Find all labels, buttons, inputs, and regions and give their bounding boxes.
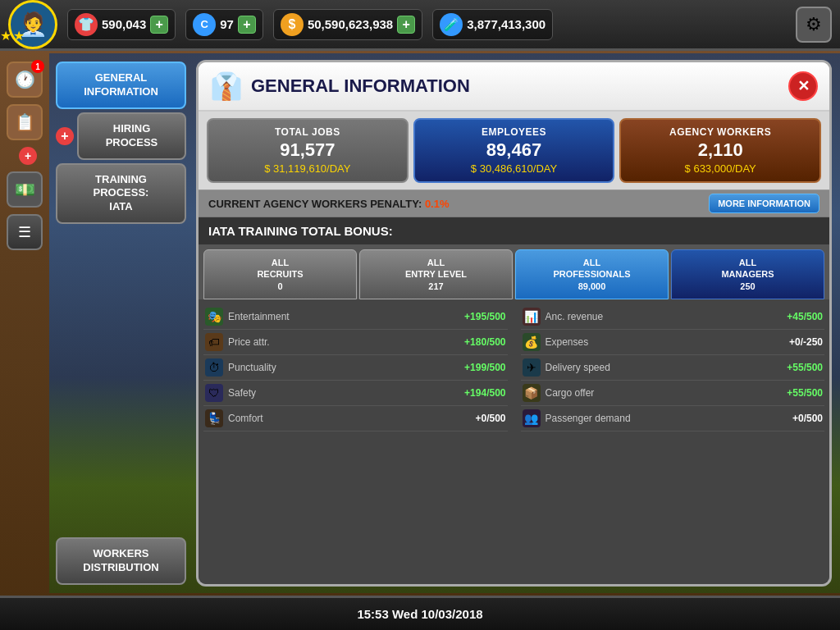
bonus-safety: 🛡 Safety +194/500 [203,381,508,406]
anc-revenue-label: Anc. revenue [546,311,783,322]
agency-workers-value: 2,110 [629,139,811,161]
close-button[interactable]: ✕ [788,71,818,101]
sidebar-menu-button[interactable]: ☰ [7,214,43,250]
training-columns-header: ALLRECRUITS 0 ALLENTRY LEVEL 217 ALLPROF… [199,244,829,299]
recruits-column-header[interactable]: ALLRECRUITS 0 [203,249,357,299]
settings-button[interactable]: ⚙ [796,7,832,43]
training-section: IATA TRAINING TOTAL BONUS: ALLRECRUITS 0… [199,217,829,584]
penalty-label: CURRENT AGENCY WORKERS PENALTY: 0.1% [208,198,450,210]
agency-workers-card: AGENCY WORKERS 2,110 $ 633,000/DAY [619,118,821,183]
training-header-label: IATA TRAINING TOTAL BONUS: [208,224,393,238]
nav-training-label: TRAININGPROCESS:IATA [94,173,149,213]
comfort-icon: 💺 [205,409,223,427]
professionals-value: 89,000 [519,281,664,292]
punctuality-icon: ⏱ [205,358,223,377]
employees-title: EMPLOYEES [423,126,605,138]
nav-hiring-label: HIRINGPROCESS [106,122,158,148]
sidebar-money-button[interactable]: 💵 [7,171,43,208]
delivery-speed-icon: ✈ [523,358,541,377]
bottom-bar: 15:53 Wed 10/03/2018 [0,596,840,630]
dialog-title: GENERAL INFORMATION [251,75,470,97]
managers-value: 250 [675,281,820,292]
dollar-add-button[interactable]: + [397,16,415,34]
entry-level-column-header[interactable]: ALLENTRY LEVEL 217 [359,249,513,299]
star-2: ★ [13,28,25,43]
safety-icon: 🛡 [205,384,223,402]
dollar-value: 50,590,623,938 [308,17,393,31]
penalty-row: CURRENT AGENCY WORKERS PENALTY: 0.1% MOR… [199,189,829,217]
agency-workers-title: AGENCY WORKERS [629,126,811,138]
price-icon: 🏷 [205,333,223,351]
professionals-column-header[interactable]: ALLPROFESSIONALS 89,000 [515,249,669,299]
sidebar-clock-button[interactable]: 🕐 1 [7,62,43,98]
shirt-add-button[interactable]: + [150,16,168,34]
total-jobs-value: 91,577 [217,139,399,161]
penalty-value: 0.1% [425,198,450,210]
bonus-expenses: 💰 Expenses +0/-250 [521,330,825,355]
close-icon: ✕ [797,77,810,95]
expenses-icon: 💰 [523,333,541,351]
add-panel-button[interactable]: + [19,147,37,165]
bonus-left-col: 🎭 Entertainment +195/500 🏷 Price attr. +… [203,304,508,579]
passenger-demand-value: +0/500 [792,413,823,424]
nav-panel: GENERALINFORMATION + HIRINGPROCESS TRAIN… [49,53,193,593]
nav-workers-label: WORKERSDISTRIBUTION [83,547,158,573]
datetime-label: 15:53 Wed 10/03/2018 [357,607,482,621]
bonus-table: 🎭 Entertainment +195/500 🏷 Price attr. +… [199,299,829,584]
nav-hiring-row: + HIRINGPROCESS [56,112,186,160]
punctuality-label: Punctuality [228,362,459,373]
entertainment-icon: 🎭 [205,308,223,326]
anc-revenue-icon: 📊 [523,308,541,326]
nav-training-button[interactable]: TRAININGPROCESS:IATA [56,163,186,225]
total-jobs-day: $ 31,119,610/DAY [217,162,399,175]
sidebar-clipboard-button[interactable]: 📋 [7,104,43,140]
agency-workers-day: $ 633,000/DAY [629,162,811,175]
shirt-resource: 👕 590,043 + [67,9,176,40]
bonus-price: 🏷 Price attr. +180/500 [203,330,508,355]
hiring-plus-button[interactable]: + [56,127,74,145]
dollar-prefix-2: $ [471,162,480,175]
dollar-prefix-3: $ [685,162,694,175]
nav-general-info[interactable]: GENERALINFORMATION [56,62,186,109]
bonus-cargo-offer: 📦 Cargo offer +55/500 [521,381,825,406]
coin-value: 97 [220,17,234,31]
entertainment-value: +195/500 [464,311,505,322]
price-label: Price attr. [228,336,459,348]
total-jobs-title: TOTAL JOBS [217,126,399,138]
managers-column-header[interactable]: ALLMANAGERS 250 [671,249,824,299]
expenses-value: +0/-250 [789,336,823,348]
more-info-button[interactable]: MORE INFORMATION [709,194,819,213]
employees-card: EMPLOYEES 89,467 $ 30,486,610/DAY [413,118,615,183]
comfort-label: Comfort [228,413,470,424]
top-bar: 🧑‍💼 ★ ★ 👕 590,043 + C 97 + $ 50,590,623,… [0,0,840,51]
passenger-demand-label: Passenger demand [546,413,788,424]
menu-icon: ☰ [18,223,31,241]
dollar-icon: $ [281,13,304,36]
anc-revenue-value: +45/500 [787,311,823,322]
passenger-demand-icon: 👥 [523,409,541,427]
bonus-passenger-demand: 👥 Passenger demand +0/500 [521,406,825,431]
employees-day: $ 30,486,610/DAY [423,162,605,175]
nav-hiring-button[interactable]: HIRINGPROCESS [77,112,186,160]
nav-workers-button[interactable]: WORKERSDISTRIBUTION [56,537,186,585]
left-sidebar: 🕐 1 📋 + 💵 ☰ [0,53,49,593]
employees-value: 89,467 [423,139,605,161]
more-info-label: MORE INFORMATION [718,199,810,208]
cargo-offer-label: Cargo offer [546,387,783,399]
coin-icon: C [193,13,216,36]
bonus-anc-revenue: 📊 Anc. revenue +45/500 [521,304,825,330]
flask-value: 3,877,413,300 [467,17,546,31]
flask-icon: 🧪 [440,13,463,36]
bonus-right-col: 📊 Anc. revenue +45/500 💰 Expenses +0/-25… [521,304,825,579]
safety-value: +194/500 [464,387,505,399]
bonus-punctuality: ⏱ Punctuality +199/500 [203,355,508,381]
coin-add-button[interactable]: + [238,16,256,34]
stats-row: TOTAL JOBS 91,577 $ 31,119,610/DAY EMPLO… [199,112,829,189]
clock-icon: 🕐 [15,70,35,89]
managers-label: ALLMANAGERS [675,257,820,281]
notification-badge-1: 1 [31,60,44,73]
delivery-speed-value: +55/500 [787,362,823,373]
dialog: 👔 GENERAL INFORMATION ✕ TOTAL JOBS 91,57… [196,60,832,587]
shirt-value: 590,043 [102,17,146,31]
delivery-speed-label: Delivery speed [546,362,783,373]
